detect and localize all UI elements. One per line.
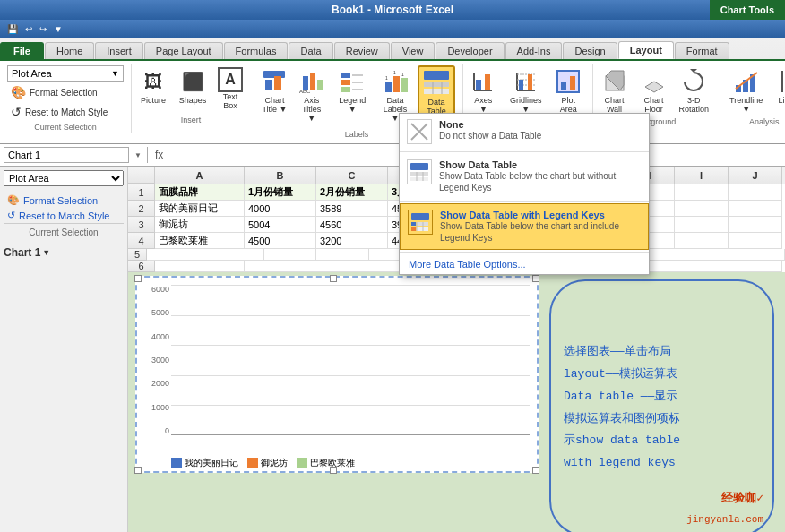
picture-btn[interactable]: 🖼 Picture [135,65,171,107]
plot-area-dropdown-icon[interactable]: ▼ [111,69,119,78]
tab-file[interactable]: File [0,42,44,59]
formula-bar: Chart 1 ▼ fx [0,144,785,167]
labels-group-label: Labels [345,130,369,139]
row-num-2: 2 [128,201,155,217]
ribbon-content: Plot Area ▼ 🎨 Format Selection ↺ Reset t… [0,59,785,143]
tab-data[interactable]: Data [289,42,332,59]
axes-btn[interactable]: Axes ▼ [467,65,500,116]
cell-b3[interactable]: 5004 [245,217,316,233]
rotation-btn[interactable]: 3-DRotation [676,65,713,116]
tab-view[interactable]: View [391,42,436,59]
axis-titles-btn[interactable]: ABC AxisTitles ▼ [295,65,328,124]
data-table-dropdown[interactable]: None Do not show a Data Table Show Data … [399,113,650,275]
dropdown-show-table-legend-title: Show Data Table with Legend Keys [440,210,641,220]
quick-access-dropdown[interactable]: ▼ [52,23,65,35]
tab-layout[interactable]: Layout [618,41,674,59]
chart-annotation-area: 6000 5000 4000 3000 2000 1000 0 [128,272,785,532]
legend-btn[interactable]: Legend ▼ [332,65,372,116]
tab-review[interactable]: Review [334,42,390,59]
dropdown-item-show-table[interactable]: Show Data Table Show Data Table below th… [400,154,649,199]
tab-add-ins[interactable]: Add-Ins [505,42,563,59]
cell-a5[interactable] [147,249,211,261]
cell-j3[interactable] [729,217,782,233]
undo-btn[interactable]: ↩ [23,23,34,35]
cell-i2[interactable] [675,201,729,217]
chart-title-icon [260,67,289,96]
cell-b2[interactable]: 4000 [245,201,316,217]
handle-tr [532,275,539,282]
trendline-btn[interactable]: Trendline ▼ [724,65,768,116]
cell-c4[interactable]: 3200 [316,233,388,249]
trendline-label: Trendline ▼ [728,96,764,114]
cell-i1[interactable] [675,184,729,201]
name-box-dropdown-icon[interactable]: ▼ [133,151,143,159]
cell-a6[interactable] [155,261,245,272]
redo-btn[interactable]: ↪ [38,23,48,35]
legend-color-2 [247,458,258,468]
cell-a2[interactable]: 我的美丽日记 [155,201,245,217]
tab-format[interactable]: Format [675,42,729,59]
tab-home[interactable]: Home [45,42,94,59]
data-labels-icon: 111 [381,67,410,96]
cell-a4[interactable]: 巴黎欧莱雅 [155,233,245,249]
tab-insert[interactable]: Insert [95,42,143,59]
tab-design[interactable]: Design [563,42,617,59]
chart-element-select[interactable]: Plot Area Chart Area [4,170,124,186]
svg-rect-26 [476,80,481,90]
cell-a1[interactable]: 面膜品牌 [155,184,245,201]
cell-c3[interactable]: 4560 [316,217,388,233]
tab-page-layout[interactable]: Page Layout [144,42,223,59]
cell-c1[interactable]: 2月份销量 [316,184,388,201]
cell-b5[interactable] [211,249,263,261]
cell-b4[interactable]: 4500 [245,233,316,249]
shapes-btn[interactable]: ⬛ Shapes [175,65,211,107]
plot-area-select[interactable]: Plot Area [12,68,108,79]
tab-developer[interactable]: Developer [436,42,504,59]
chart-title-btn[interactable]: ChartTitle ▼ [258,65,291,116]
annotation-line-2: layout——模拟运算表 [564,364,760,386]
chart-label-dropdown[interactable]: ▼ [42,248,50,257]
cell-j2[interactable] [729,201,782,217]
lines-btn[interactable]: Lines ▼ [772,65,785,116]
dropdown-divider-2 [400,201,649,202]
more-data-table-options[interactable]: More Data Table Options... [400,254,649,274]
reset-style-btn[interactable]: ↺ Reset to Match Style [7,103,124,121]
title-bar: Book1 - Microsoft Excel Chart Tools [0,0,785,20]
dropdown-item-none[interactable]: None Do not show a Data Table [400,114,649,150]
cell-a3[interactable]: 御泥坊 [155,217,245,233]
svg-text:1: 1 [401,72,404,77]
cell-i4[interactable] [675,233,729,249]
text-box-btn[interactable]: A TextBox [214,65,246,112]
cell-c2[interactable]: 3589 [316,201,388,217]
dropdown-show-table-icon [407,159,432,184]
cell-i3[interactable] [675,217,729,233]
format-selection-btn[interactable]: 🎨 Format Selection [7,83,124,101]
svg-rect-1 [265,80,272,90]
axis-titles-icon: ABC [298,67,326,96]
save-btn[interactable]: 💾 [5,23,20,35]
ribbon-group-insert: 🖼 Picture ⬛ Shapes A TextBox Insert [132,64,254,126]
gridlines-icon [512,67,540,96]
svg-rect-33 [519,80,523,90]
cell-j1[interactable] [729,184,782,201]
reset-style-sidebar-btn[interactable]: ↺ Reset to Match Style [4,208,124,223]
dropdown-show-table-legend-desc: Show Data Table below the chart and incl… [440,220,641,244]
cell-j4[interactable] [729,233,782,249]
fx-icon: fx [151,149,167,161]
cell-b1[interactable]: 1月份销量 [245,184,316,201]
tab-formulas[interactable]: Formulas [224,42,289,59]
format-selection-sidebar-btn[interactable]: 🎨 Format Selection [4,193,124,208]
cell-c5[interactable] [264,249,316,261]
svg-rect-50 [410,163,428,170]
svg-rect-8 [341,80,350,85]
cell-d5[interactable] [316,249,368,261]
chart-wall-btn[interactable]: ChartWall [597,65,633,116]
name-box[interactable]: Chart 1 [4,147,129,163]
chart-area[interactable]: 6000 5000 4000 3000 2000 1000 0 [135,276,539,473]
y-label-3000: 3000 [151,356,169,365]
chart-floor-btn[interactable]: ChartFloor [636,65,672,116]
gridlines-btn[interactable]: Gridlines ▼ [504,65,548,116]
dropdown-item-show-table-legend[interactable]: Show Data Table with Legend Keys Show Da… [400,203,649,250]
lines-label: Lines ▼ [775,96,785,114]
text-box-icon: A [218,67,243,92]
